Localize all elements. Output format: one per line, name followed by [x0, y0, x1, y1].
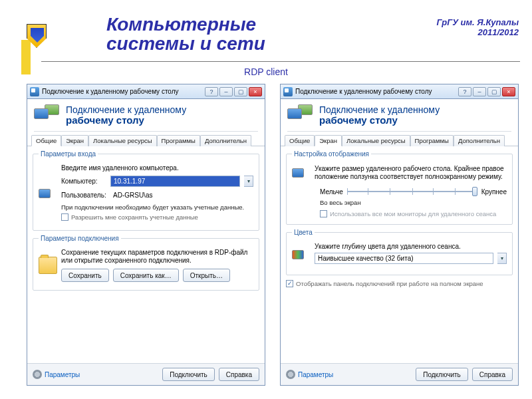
window-title: Подключение к удаленному рабочему столу: [295, 88, 456, 95]
save-button[interactable]: Сохранить: [61, 269, 109, 282]
slider-label-large: Крупнее: [481, 188, 507, 196]
color-depth-select[interactable]: Наивысшее качество (32 бита): [315, 253, 493, 264]
slide-meta: ГрГУ им. Я.Купалы 2011/2012: [437, 17, 519, 37]
close-button[interactable]: ×: [249, 87, 262, 96]
maximize-button[interactable]: ▢: [234, 87, 247, 96]
all-monitors-label: Использовать все мои мониторы для удален…: [330, 210, 496, 217]
banner: Подключение к удаленному рабочему столу: [281, 99, 518, 131]
login-instruction: Введите имя удаленного компьютера.: [61, 164, 253, 172]
gear-icon: [33, 370, 42, 379]
tab-advanced[interactable]: Дополнительн: [454, 135, 505, 146]
tabs: Общие Экран Локальные ресурсы Программы …: [27, 132, 265, 146]
tab-general[interactable]: Общие: [285, 135, 315, 146]
remember-credentials-checkbox[interactable]: Разрешить мне сохранять учетные данные: [61, 213, 198, 221]
tab-display[interactable]: Экран: [61, 135, 88, 146]
slide-title: Компьютерные системы и сети: [106, 15, 265, 54]
title-line2: системы и сети: [106, 33, 265, 54]
connection-text: Сохранение текущих параметров подключени…: [61, 249, 253, 265]
academic-year: 2011/2012: [437, 27, 519, 37]
titlebar[interactable]: Подключение к удаленному рабочему столу …: [281, 84, 518, 99]
tab-programs[interactable]: Программы: [410, 135, 454, 146]
dialog-footer: Параметры Подключить Справка: [281, 363, 518, 385]
save-as-button[interactable]: Сохранить как…: [113, 269, 179, 282]
maximize-button[interactable]: ▢: [487, 87, 501, 96]
window-title: Подключение к удаленному рабочему столу: [42, 88, 202, 95]
show-connection-bar-checkbox[interactable]: ✓Отображать панель подключений при работ…: [286, 280, 483, 287]
help-button-footer[interactable]: Справка: [219, 368, 259, 381]
fullscreen-note: Во весь экран: [320, 199, 507, 206]
open-button[interactable]: Открыть…: [183, 269, 230, 282]
dialog-footer: Параметры Подключить Справка: [27, 363, 265, 385]
user-value: AD-GRSU\as: [110, 190, 253, 201]
connect-button[interactable]: Подключить: [162, 368, 215, 381]
login-group-title: Параметры входа: [39, 150, 98, 158]
computer-input[interactable]: 10.31.1.97: [110, 176, 240, 187]
computer-dropdown-arrow[interactable]: ▾: [244, 176, 253, 187]
tab-local-resources[interactable]: Локальные ресурсы: [88, 135, 156, 146]
tabs: Общие Экран Локальные ресурсы Программы …: [281, 132, 518, 146]
help-button[interactable]: ?: [458, 87, 471, 96]
computer-icon: [39, 185, 57, 202]
tab-display[interactable]: Экран: [315, 135, 342, 146]
app-icon: [283, 87, 293, 96]
folder-icon: [39, 257, 57, 274]
app-icon: [30, 87, 39, 96]
connection-group-title: Параметры подключения: [39, 235, 121, 242]
display-group-title: Настройка отображения: [292, 150, 371, 158]
color-depth-arrow[interactable]: ▾: [497, 253, 507, 264]
slide-subtitle: RDP client: [0, 66, 532, 77]
help-button[interactable]: ?: [205, 87, 218, 96]
credentials-note: При подключении необходимо будет указать…: [61, 203, 253, 211]
rdp-window-general: Подключение к удаленному рабочему столу …: [27, 84, 265, 386]
rdp-window-display: Подключение к удаленному рабочему столу …: [280, 84, 519, 386]
banner-line1: Подключение к удаленному: [319, 104, 440, 115]
tab-advanced[interactable]: Дополнительн: [200, 135, 251, 146]
minimize-button[interactable]: –: [473, 87, 486, 96]
connection-group: Параметры подключения Сохранение текущих…: [33, 235, 259, 291]
remember-label: Разрешить мне сохранять учетные данные: [71, 213, 198, 221]
titlebar[interactable]: Подключение к удаленному рабочему столу …: [27, 84, 265, 99]
rdp-icon: [287, 104, 314, 127]
resolution-slider[interactable]: [347, 186, 477, 198]
title-line1: Компьютерные: [106, 14, 256, 35]
slider-label-small: Мельче: [320, 188, 343, 196]
gear-icon: [286, 370, 295, 379]
login-group: Параметры входа Введите имя удаленного к…: [33, 150, 259, 231]
color-text: Укажите глубину цвета для удаленного сеа…: [315, 243, 507, 250]
monitor-icon: [292, 164, 311, 182]
tab-general[interactable]: Общие: [31, 135, 61, 146]
color-group-title: Цвета: [292, 229, 315, 236]
close-button[interactable]: ×: [502, 87, 515, 96]
tab-programs[interactable]: Программы: [157, 135, 200, 146]
color-group: Цвета Укажите глубину цвета для удаленно…: [286, 229, 513, 275]
computer-label: Компьютер:: [61, 178, 106, 185]
banner-line1: Подключение к удаленному: [66, 104, 186, 115]
options-link[interactable]: Параметры: [45, 371, 80, 378]
minimize-button[interactable]: –: [219, 87, 233, 96]
user-label: Пользователь:: [61, 192, 106, 199]
rdp-icon: [34, 104, 61, 127]
header-divider: [41, 61, 520, 62]
all-monitors-checkbox[interactable]: Использовать все мои мониторы для удален…: [320, 210, 496, 217]
help-button-footer[interactable]: Справка: [472, 368, 513, 381]
display-settings-group: Настройка отображения Укажите размер уда…: [286, 150, 513, 225]
connect-button[interactable]: Подключить: [416, 368, 468, 381]
banner-line2: рабочему столу: [66, 114, 144, 126]
color-icon: [292, 246, 311, 263]
tab-local-resources[interactable]: Локальные ресурсы: [342, 135, 410, 146]
banner: Подключение к удаленному рабочему столу: [27, 99, 265, 131]
display-text: Укажите размер удаленного рабочего стола…: [315, 165, 507, 181]
show-bar-label: Отображать панель подключений при работе…: [296, 280, 483, 287]
banner-line2: рабочему столу: [319, 114, 398, 126]
options-link[interactable]: Параметры: [298, 371, 333, 378]
org-name: ГрГУ им. Я.Купалы: [437, 17, 519, 27]
